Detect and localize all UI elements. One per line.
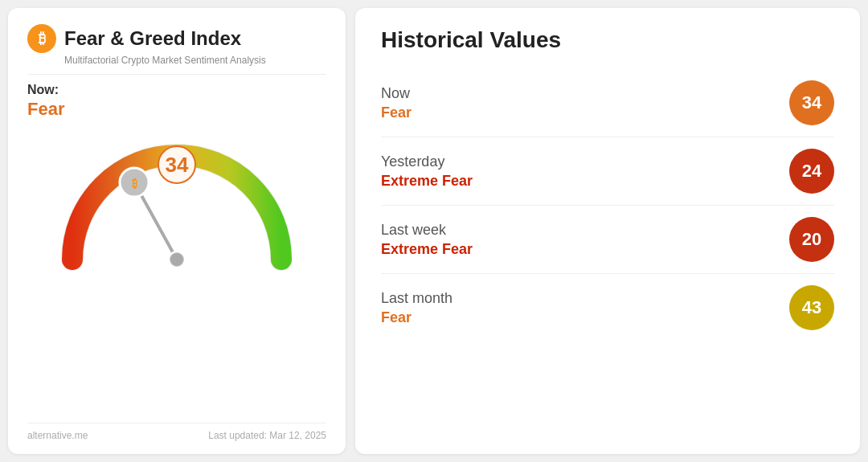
widget-subtitle: Multifactorial Crypto Market Sentiment A… [64, 55, 326, 66]
hist-item-lastweek: Last week Extreme Fear 20 [381, 206, 834, 274]
footer-source: alternative.me [27, 430, 88, 441]
hist-sentiment-lastweek: Extreme Fear [381, 241, 473, 258]
now-label: Now: [27, 83, 326, 97]
title-row: ₿ Fear & Greed Index [27, 24, 326, 53]
hist-labels-lastweek: Last week Extreme Fear [381, 222, 473, 258]
hist-badge-lastweek: 20 [789, 217, 834, 262]
hist-period-now: Now [381, 85, 411, 102]
hist-item-lastmonth: Last month Fear 43 [381, 274, 834, 341]
fear-greed-widget: ₿ Fear & Greed Index Multifactorial Cryp… [8, 8, 346, 454]
hist-sentiment-now: Fear [381, 104, 411, 121]
hist-sentiment-yesterday: Extreme Fear [381, 173, 473, 190]
hist-period-lastmonth: Last month [381, 290, 452, 307]
hist-period-lastweek: Last week [381, 222, 473, 239]
hist-badge-lastmonth: 43 [789, 285, 834, 330]
hist-item-now: Now Fear 34 [381, 69, 834, 137]
gauge-container: ₿ 34 [48, 123, 305, 284]
hist-period-yesterday: Yesterday [381, 153, 473, 170]
historical-panel: Historical Values Now Fear 34 Yesterday … [355, 8, 860, 454]
hist-labels-lastmonth: Last month Fear [381, 290, 452, 326]
app-container: ₿ Fear & Greed Index Multifactorial Cryp… [8, 8, 860, 454]
divider-1 [27, 74, 326, 75]
footer-row: alternative.me Last updated: Mar 12, 202… [27, 423, 326, 441]
svg-point-2 [170, 253, 183, 266]
hist-item-yesterday: Yesterday Extreme Fear 24 [381, 137, 834, 206]
hist-badge-now: 34 [789, 80, 834, 125]
svg-text:₿: ₿ [132, 177, 137, 190]
hist-labels-now: Now Fear [381, 85, 411, 121]
hist-badge-yesterday: 24 [789, 149, 834, 194]
hist-labels-yesterday: Yesterday Extreme Fear [381, 153, 473, 190]
now-sentiment: Fear [27, 99, 326, 120]
widget-title: Fear & Greed Index [64, 27, 241, 50]
hist-sentiment-lastmonth: Fear [381, 309, 452, 326]
gauge-value: 34 [158, 145, 196, 184]
bitcoin-icon: ₿ [27, 24, 56, 53]
footer-updated: Last updated: Mar 12, 2025 [208, 430, 326, 441]
historical-title: Historical Values [381, 27, 834, 53]
